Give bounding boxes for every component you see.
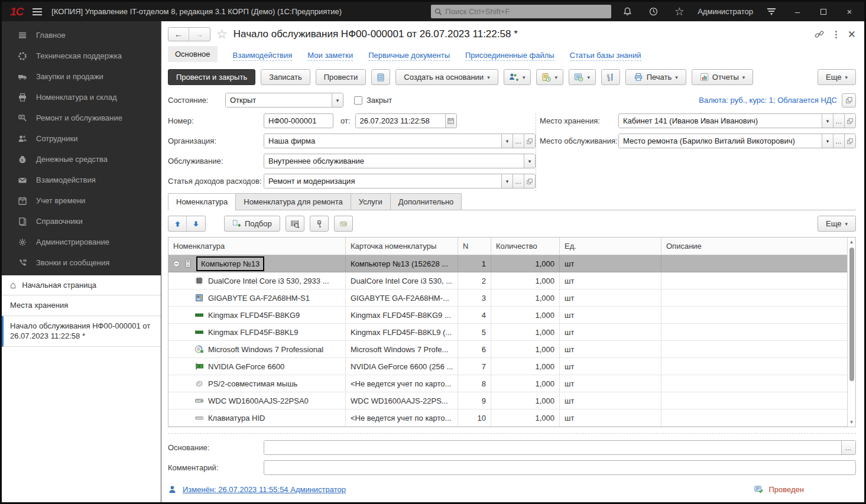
sidebar-item[interactable]: Справочники	[2, 211, 161, 232]
doc-nav-tab[interactable]: Присоединенные файлы	[465, 48, 554, 61]
table-row[interactable]: GIGABYTE GA-F2A68HM-S1GIGABYTE GA-F2A68H…	[168, 290, 855, 307]
service-type-dropdown-icon[interactable]: ▾	[524, 154, 535, 168]
print-button[interactable]: Печать▾	[625, 69, 686, 85]
table-more-button[interactable]: Еще▾	[818, 216, 856, 232]
deadline-button[interactable]: ▾	[536, 69, 563, 85]
date-field[interactable]	[355, 113, 457, 128]
column-header[interactable]: Количество	[491, 238, 560, 255]
expense-item-field[interactable]: ▾ …	[264, 174, 536, 188]
modified-link[interactable]: Изменён: 26.07.2023 11:55:54 Администрат…	[183, 485, 346, 494]
table-tab[interactable]: Дополнительно	[390, 193, 462, 210]
doc-nav-tab[interactable]: Первичные документы	[368, 48, 450, 61]
move-down-button[interactable]	[187, 216, 205, 231]
notifications-bell-icon[interactable]	[617, 5, 637, 19]
assign-responsible-button[interactable]: ▾	[504, 69, 531, 85]
more-button[interactable]: Еще▾	[818, 69, 856, 85]
pick-items-button[interactable]: Подбор	[224, 216, 280, 232]
storage-choose-button[interactable]: …	[833, 114, 844, 128]
table-tab[interactable]: Номенклатура	[168, 193, 236, 210]
sidebar-item[interactable]: Звонки и сообщения	[2, 252, 161, 273]
close-window-button[interactable]: ×	[839, 5, 859, 19]
barcode-scan-button[interactable]	[286, 216, 304, 232]
checklist-schedule-button[interactable]: ▾	[569, 69, 596, 85]
sidebar-item[interactable]: 7Учет времени	[2, 190, 161, 211]
organization-choose-button[interactable]: …	[513, 134, 524, 148]
table-scrollbar[interactable]: ▲ ▼	[847, 238, 855, 427]
table-row[interactable]: NVIDIA GeForce 6600NVIDIA GeForce 6600 (…	[168, 358, 855, 375]
serial-numbers-button[interactable]: 0-9	[334, 216, 353, 232]
forward-button[interactable]: →	[189, 28, 210, 41]
table-row[interactable]: DualCore Intel Core i3 530, 2933 ...Dual…	[168, 272, 855, 290]
table-row[interactable]: Клавиатура HID<Не ведется учет по карто.…	[168, 409, 855, 427]
column-header[interactable]: Карточка номенклатуры	[346, 238, 458, 255]
table-row[interactable]: Kingmax FLFD45F-B8KG9Kingmax FLFD45F-B8K…	[168, 307, 855, 324]
service-place-input[interactable]	[619, 134, 822, 148]
storage-dropdown-icon[interactable]: ▾	[822, 114, 833, 128]
expense-choose-button[interactable]: …	[513, 174, 524, 188]
column-header[interactable]: Ед.	[560, 238, 661, 255]
table-row[interactable]: PS/2-совместимая мышь<Не ведется учет по…	[168, 375, 855, 392]
currency-link[interactable]: Валюта: руб., курс: 1; Облагается НДС	[699, 96, 837, 105]
global-search[interactable]	[431, 5, 611, 18]
favorites-star-icon[interactable]: ☆	[669, 5, 689, 19]
expense-item-input[interactable]	[264, 174, 501, 188]
reports-button[interactable]: Отчеты▾	[692, 69, 753, 85]
expense-dropdown-icon[interactable]: ▾	[501, 174, 513, 188]
open-window-item[interactable]: Начало обслуживания НФ00-000001 от 26.07…	[2, 316, 161, 347]
column-header[interactable]: Номенклатура	[168, 238, 346, 255]
service-place-open-button[interactable]	[844, 134, 855, 148]
add-favorite-star-icon[interactable]: ☆	[216, 27, 228, 41]
table-row[interactable]: WDC WD1600AAJS-22PSA0WDC WD1600AAJS-22PS…	[168, 392, 855, 409]
sidebar-item[interactable]: Закупки и продажи	[2, 66, 161, 87]
create-based-on-button[interactable]: Создать на основании▾	[395, 69, 498, 85]
organization-dropdown-icon[interactable]: ▾	[501, 134, 513, 148]
back-button[interactable]: ←	[168, 28, 189, 41]
storage-open-button[interactable]	[844, 114, 855, 128]
doc-nav-tab[interactable]: Статьи базы знаний	[570, 48, 641, 61]
column-header[interactable]: Описание	[661, 238, 855, 255]
organization-open-button[interactable]	[524, 134, 535, 148]
currency-open-button[interactable]	[842, 93, 856, 108]
closed-checkbox[interactable]	[354, 96, 362, 105]
state-combobox[interactable]: ▾	[225, 93, 343, 108]
date-input[interactable]	[356, 114, 445, 128]
main-menu-icon[interactable]	[33, 8, 42, 15]
doc-nav-tab[interactable]: Основное	[168, 46, 218, 62]
sidebar-item[interactable]: Администрирование	[2, 232, 161, 252]
scroll-down-icon[interactable]: ▼	[849, 418, 854, 427]
table-row[interactable]: Компьютер №13Компьютер №13 (152628 ...11…	[168, 255, 855, 272]
storage-place-input[interactable]	[619, 114, 822, 128]
storage-place-field[interactable]: ▾ …	[618, 113, 856, 128]
scrollbar-thumb[interactable]	[849, 248, 854, 381]
number-input[interactable]	[264, 113, 333, 128]
get-link-icon[interactable]	[814, 29, 825, 40]
sidebar-item[interactable]: Техническая поддержка	[2, 45, 161, 66]
document-register-button[interactable]	[371, 69, 390, 85]
scroll-up-icon[interactable]: ▲	[849, 238, 854, 246]
service-place-dropdown-icon[interactable]: ▾	[822, 134, 833, 148]
current-user[interactable]: Администратор	[695, 7, 755, 16]
sidebar-item-home[interactable]: ⌂ Начальная страница	[2, 275, 161, 295]
sidebar-item[interactable]: Взаимодействия	[2, 170, 161, 190]
service-place-field[interactable]: ▾ …	[618, 134, 856, 148]
doc-nav-tab[interactable]: Мои заметки	[307, 48, 353, 61]
service-type-field[interactable]: ▾	[264, 154, 536, 168]
table-row[interactable]: Kingmax FLFD45F-B8KL9Kingmax FLFD45F-B8K…	[168, 324, 855, 341]
doc-nav-tab[interactable]: Взаимодействия	[233, 48, 293, 61]
expense-open-button[interactable]	[524, 174, 535, 188]
history-icon[interactable]	[643, 5, 663, 19]
sidebar-item[interactable]: $Денежные средства	[2, 149, 161, 170]
sidebar-item[interactable]: Ремонт и обслуживание	[2, 108, 161, 128]
service-type-input[interactable]	[264, 154, 524, 168]
comment-input[interactable]	[264, 460, 856, 475]
table-tab[interactable]: Услуги	[351, 193, 391, 210]
basis-field[interactable]: …	[264, 440, 856, 455]
basis-input[interactable]	[264, 441, 841, 454]
sidebar-item[interactable]: Номенклатура и склад	[2, 87, 161, 108]
search-input[interactable]	[445, 7, 608, 16]
table-row[interactable]: Microsoft Windows 7 ProfessionalMicrosof…	[168, 341, 855, 358]
collapse-icon[interactable]	[173, 261, 180, 267]
scanner-device-button[interactable]	[310, 216, 329, 232]
state-value[interactable]	[226, 93, 332, 107]
more-commands-icon[interactable]	[835, 31, 837, 38]
